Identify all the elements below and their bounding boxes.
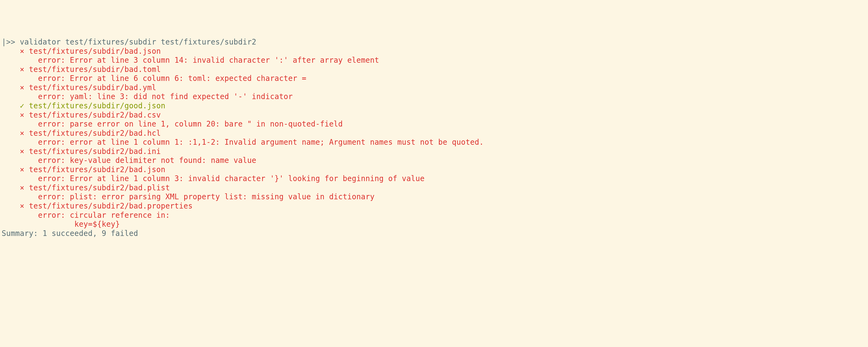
cursor: | — [2, 37, 6, 46]
result-path: test/fixtures/subdir2/bad.properties — [29, 201, 193, 210]
error-text: error: error at line 1 column 1: :1,1-2:… — [2, 138, 484, 146]
cross-icon: × — [20, 201, 24, 210]
error-text: error: Error at line 6 column 6: toml: e… — [2, 74, 306, 83]
cross-icon: × — [20, 65, 24, 74]
result-item: × test/fixtures/subdir2/bad.hcl — [2, 129, 866, 138]
result-item: × test/fixtures/subdir2/bad.plist — [2, 183, 866, 193]
cross-icon: × — [20, 165, 24, 174]
error-line: error: plist: error parsing XML property… — [2, 192, 866, 201]
result-item: × test/fixtures/subdir2/bad.ini — [2, 147, 866, 156]
result-item: × test/fixtures/subdir/bad.toml — [2, 65, 866, 74]
error-line: error: parse error on line 1, column 20:… — [2, 119, 866, 129]
result-item: × test/fixtures/subdir2/bad.json — [2, 165, 866, 174]
result-path: test/fixtures/subdir2/bad.hcl — [29, 129, 161, 137]
error-line: key=${key} — [2, 220, 866, 229]
result-path: test/fixtures/subdir/bad.toml — [29, 65, 161, 74]
cross-icon: × — [20, 129, 24, 137]
cross-icon: × — [20, 111, 24, 119]
error-line: error: key-value delimiter not found: na… — [2, 156, 866, 165]
command-text: validator test/fixtures/subdir test/fixt… — [20, 37, 256, 46]
result-path: test/fixtures/subdir/bad.yml — [29, 83, 156, 92]
cross-icon: × — [20, 83, 24, 92]
result-item: × test/fixtures/subdir2/bad.properties — [2, 201, 866, 211]
check-icon: ✓ — [20, 101, 24, 110]
error-text: error: plist: error parsing XML property… — [2, 192, 375, 201]
result-item: × test/fixtures/subdir/bad.json — [2, 47, 866, 56]
cross-icon: × — [20, 183, 24, 192]
prompt: >> — [6, 37, 20, 46]
error-line: error: Error at line 3 column 14: invali… — [2, 56, 866, 65]
error-text: error: key-value delimiter not found: na… — [2, 156, 256, 165]
summary-line: Summary: 1 succeeded, 9 failed — [2, 229, 866, 238]
command-line: |>> validator test/fixtures/subdir test/… — [2, 37, 866, 47]
error-text: error: Error at line 3 column 14: invali… — [2, 56, 379, 64]
error-text: error: circular reference in: — [2, 211, 170, 220]
result-item: × test/fixtures/subdir2/bad.csv — [2, 111, 866, 120]
result-path: test/fixtures/subdir2/bad.csv — [29, 111, 161, 119]
error-line: error: circular reference in: — [2, 211, 866, 220]
cross-icon: × — [20, 147, 24, 155]
error-line: error: error at line 1 column 1: :1,1-2:… — [2, 138, 866, 147]
result-path: test/fixtures/subdir2/bad.ini — [29, 147, 161, 155]
result-path: test/fixtures/subdir2/bad.plist — [29, 183, 170, 192]
result-path: test/fixtures/subdir2/bad.json — [29, 165, 165, 174]
error-line: error: Error at line 1 column 3: invalid… — [2, 174, 866, 183]
error-text: error: parse error on line 1, column 20:… — [2, 119, 343, 128]
terminal-output: |>> validator test/fixtures/subdir test/… — [2, 37, 866, 238]
result-item: ✓ test/fixtures/subdir/good.json — [2, 101, 866, 111]
result-path: test/fixtures/subdir/good.json — [29, 101, 165, 110]
error-line: error: Error at line 6 column 6: toml: e… — [2, 74, 866, 83]
error-text: key=${key} — [2, 220, 120, 228]
cross-icon: × — [20, 47, 24, 55]
summary-text: Summary: 1 succeeded, 9 failed — [2, 229, 138, 238]
error-text: error: Error at line 1 column 3: invalid… — [2, 174, 425, 183]
error-line: error: yaml: line 3: did not find expect… — [2, 92, 866, 101]
result-item: × test/fixtures/subdir/bad.yml — [2, 83, 866, 92]
result-path: test/fixtures/subdir/bad.json — [29, 47, 161, 55]
error-text: error: yaml: line 3: did not find expect… — [2, 92, 292, 101]
